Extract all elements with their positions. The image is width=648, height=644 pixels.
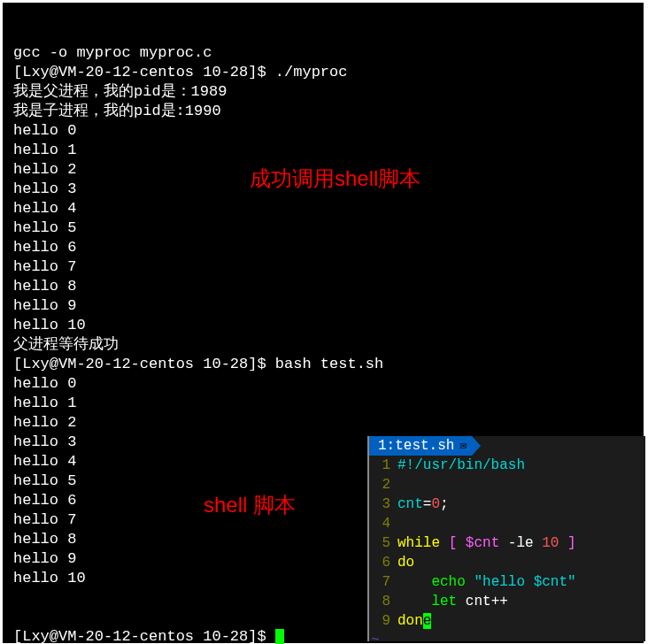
- code-content: echo "hello $cnt": [397, 572, 576, 592]
- editor-code-line[interactable]: 2: [369, 475, 645, 494]
- editor-window[interactable]: 1: test.sh ✉ 1#!/usr/bin/bash23cnt=0;45w…: [367, 436, 645, 641]
- tab-filename: test.sh: [395, 436, 454, 456]
- terminal-output-line: hello 5: [3, 218, 644, 238]
- line-number: 8: [369, 592, 397, 611]
- terminal-output-line: hello 0: [3, 374, 644, 394]
- terminal-output-line: hello 7: [3, 257, 644, 277]
- terminal-output-line: hello 0: [3, 121, 644, 141]
- editor-code-line[interactable]: 7 echo "hello $cnt": [369, 572, 645, 592]
- terminal-output-line: gcc -o myproc myproc.c: [3, 43, 644, 63]
- editor-code-line[interactable]: 1#!/usr/bin/bash: [369, 456, 645, 475]
- vim-tilde: ~: [369, 631, 380, 644]
- terminal-output-line: [Lxy@VM-20-12-centos 10-28]$ ./myproc: [3, 63, 644, 82]
- line-number: 2: [369, 475, 397, 494]
- editor-code-line[interactable]: 4: [369, 514, 645, 533]
- tab-arrow-icon: [472, 436, 481, 456]
- terminal-prompt: [Lxy@VM-20-12-centos 10-28]$: [13, 628, 275, 644]
- editor-tabbar: 1: test.sh ✉: [369, 436, 645, 456]
- editor-code-line[interactable]: 6do: [369, 553, 645, 572]
- terminal-output-line: hello 9: [3, 296, 644, 316]
- line-number: 5: [369, 533, 397, 553]
- terminal-output-line: hello 10: [3, 316, 644, 335]
- editor-tab-active[interactable]: 1: test.sh ✉: [369, 436, 472, 456]
- line-number: 9: [369, 611, 397, 631]
- line-number: 1: [369, 456, 397, 475]
- editor-code-line[interactable]: 5while [ $cnt -le 10 ]: [369, 533, 645, 553]
- tab-index: 1:: [378, 436, 395, 456]
- editor-code-line[interactable]: 8 let cnt++: [369, 592, 645, 611]
- terminal-output-line: 父进程等待成功: [3, 335, 644, 355]
- terminal-output-line: hello 4: [3, 199, 644, 218]
- terminal-output-line: hello 6: [3, 238, 644, 257]
- code-content: cnt=0;: [397, 494, 449, 514]
- annotation-bottom: shell 脚本: [204, 491, 296, 519]
- line-number: 4: [369, 514, 397, 533]
- code-content: do: [397, 553, 414, 572]
- terminal-output-line: hello 8: [3, 277, 644, 296]
- editor-empty-line: ~: [369, 631, 645, 644]
- terminal-output-line: hello 1: [3, 394, 644, 413]
- terminal-output-line: hello 2: [3, 413, 644, 433]
- line-number: 3: [369, 494, 397, 514]
- terminal-output-line: 我是父进程，我的pid是：1989: [3, 82, 644, 102]
- code-content: #!/usr/bin/bash: [397, 456, 525, 475]
- terminal-cursor: [275, 629, 284, 644]
- code-content: done: [397, 611, 431, 631]
- terminal-output-line: hello 1: [3, 141, 644, 160]
- terminal-output-line: 我是子进程，我的pid是:1990: [3, 102, 644, 121]
- code-content: while [ $cnt -le 10 ]: [397, 533, 576, 553]
- terminal-output-line: [Lxy@VM-20-12-centos 10-28]$ bash test.s…: [3, 355, 644, 374]
- mail-icon: ✉: [459, 436, 467, 456]
- code-content: let cnt++: [397, 592, 508, 611]
- line-number: 6: [369, 553, 397, 572]
- line-number: 7: [369, 572, 397, 592]
- editor-code-line[interactable]: 3cnt=0;: [369, 494, 645, 514]
- annotation-top: 成功调用shell脚本: [250, 165, 420, 193]
- editor-code-line[interactable]: 9done: [369, 611, 645, 631]
